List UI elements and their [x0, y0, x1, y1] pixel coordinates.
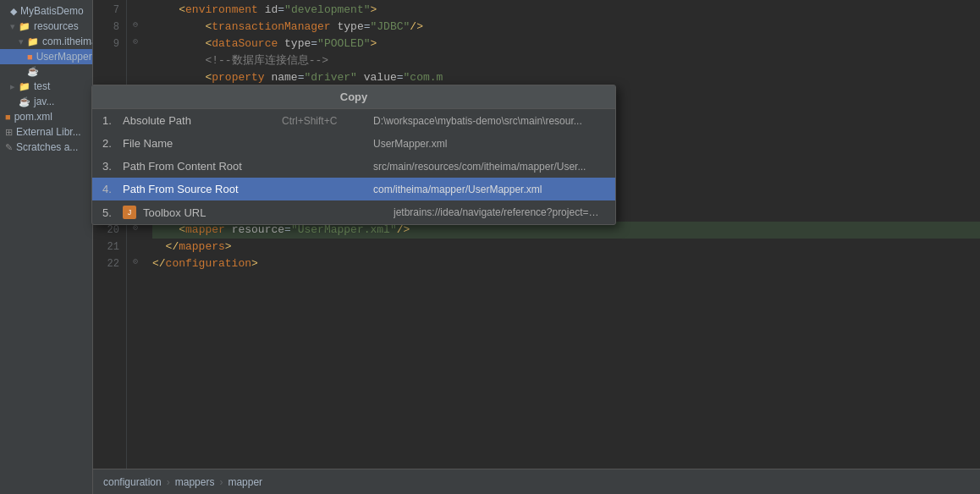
line-num-22: 22	[93, 255, 119, 272]
folder-icon: 📁	[19, 81, 30, 92]
menu-item-5-value: jetbrains://idea/navigate/reference?proj…	[394, 206, 605, 218]
xml-file-icon: ■	[27, 52, 33, 62]
menu-item-1-number: 1.	[102, 114, 116, 127]
arrow-right-icon	[10, 81, 15, 92]
lib-icon: ⊞	[5, 127, 13, 138]
tree-item-scratches[interactable]: ✎ Scratches a...	[0, 140, 92, 155]
project-sidebar: ◆ MyBatisDemo 📁 resources 📁 com.itheima.…	[0, 0, 93, 494]
menu-item-1-value: D:\workspace\mybatis-demo\src\main\resou…	[373, 115, 605, 127]
breadcrumb-configuration: configuration	[103, 476, 162, 488]
menu-item-3-value: src/main/resources/com/itheima/mapper/Us…	[373, 161, 605, 173]
toolbox-icon: J	[123, 206, 136, 219]
line-num-blank2	[93, 69, 119, 86]
menu-item-absolute-path[interactable]: 1. Absolute Path Ctrl+Shift+C D:\workspa…	[92, 109, 615, 132]
arrow-down-icon	[10, 21, 15, 32]
menu-item-file-name[interactable]: 2. File Name UserMapper.xml	[92, 132, 615, 155]
java-file-icon: ☕	[27, 66, 39, 77]
tree-item-mapper-pkg[interactable]: 📁 com.itheima.mapper	[0, 34, 92, 49]
breadcrumb-sep-2: ›	[219, 476, 223, 488]
tree-item-java[interactable]: ☕	[0, 64, 92, 79]
menu-item-5-label: Toolbox URL	[143, 206, 295, 219]
tree-item-label: External Libr...	[16, 126, 81, 138]
code-line-9: <dataSource type="POOLED">	[152, 36, 980, 52]
line-num-21: 21	[93, 239, 119, 255]
module-icon: ◆	[10, 6, 17, 17]
line-num-7: 7	[93, 2, 119, 19]
menu-item-3-number: 3.	[102, 160, 116, 173]
tree-item-test[interactable]: 📁 test	[0, 79, 92, 94]
tree-item-mybatisdemo[interactable]: ◆ MyBatisDemo	[0, 3, 92, 19]
tree-item-label: Scratches a...	[16, 141, 78, 153]
arrow-down-icon	[19, 36, 24, 47]
line-num-blank1	[93, 52, 119, 69]
code-line-22: </configuration>	[152, 255, 980, 272]
breadcrumb-mappers: mappers	[175, 476, 215, 488]
tree-item-resources[interactable]: 📁 resources	[0, 19, 92, 34]
tree-item-label: com.itheima.mapper	[42, 36, 93, 47]
scratches-icon: ✎	[5, 142, 13, 153]
code-line-comment: <!--数据库连接信息-->	[152, 52, 980, 69]
menu-item-3-label: Path From Content Root	[123, 160, 275, 173]
tree-item-external-lib[interactable]: ⊞ External Libr...	[0, 124, 92, 140]
line-num-9: 9	[93, 36, 119, 52]
tree-item-jav[interactable]: ☕ jav...	[0, 94, 92, 109]
menu-item-2-value: UserMapper.xml	[373, 138, 605, 150]
menu-item-5-number: 5.	[102, 206, 116, 219]
folder-icon: 📁	[27, 36, 39, 47]
menu-item-2-number: 2.	[102, 137, 116, 150]
code-line-driver: <property name="driver" value="com.m	[152, 69, 980, 86]
tree-item-label: pom.xml	[14, 111, 52, 123]
menu-item-4-number: 4.	[102, 183, 116, 195]
editor-area: 7 8 9 16 17 18 19 20 21 22	[93, 0, 980, 494]
menu-item-4-value: com/itheima/mapper/UserMapper.xml	[373, 184, 605, 195]
tree-item-pom[interactable]: ■ pom.xml	[0, 109, 92, 124]
code-lines: <environment id="development"> <transact…	[144, 0, 980, 469]
menu-item-4-label: Path From Source Root	[123, 183, 275, 195]
context-menu: Copy 1. Absolute Path Ctrl+Shift+C D:\wo…	[91, 85, 616, 225]
line-numbers: 7 8 9 16 17 18 19 20 21 22	[93, 0, 127, 469]
tree-item-label: test	[34, 80, 50, 92]
java-icon: ☕	[19, 96, 30, 107]
menu-item-content-root[interactable]: 3. Path From Content Root src/main/resou…	[92, 155, 615, 178]
menu-item-toolbox-url[interactable]: 5. J Toolbox URL jetbrains://idea/naviga…	[92, 200, 615, 224]
ide-container: ◆ MyBatisDemo 📁 resources 📁 com.itheima.…	[0, 0, 980, 494]
code-line-8: <transactionManager type="JDBC"/>	[152, 19, 980, 36]
code-view: 7 8 9 16 17 18 19 20 21 22	[93, 0, 980, 469]
tree-item-label: MyBatisDemo	[20, 5, 84, 17]
code-line-7: <environment id="development">	[152, 2, 980, 19]
folder-icon: 📁	[19, 21, 30, 32]
menu-item-source-root[interactable]: 4. Path From Source Root com/itheima/map…	[92, 178, 615, 200]
status-bar: configuration › mappers › mapper	[93, 469, 980, 494]
context-menu-title: Copy	[92, 85, 615, 109]
line-num-8: 8	[93, 19, 119, 36]
menu-item-2-label: File Name	[123, 137, 275, 150]
breadcrumb-sep-1: ›	[167, 476, 170, 488]
editor-content: 7 8 9 16 17 18 19 20 21 22	[93, 0, 980, 469]
tree-item-usermapper-xml[interactable]: ■ UserMapper.xml	[0, 49, 92, 64]
menu-item-1-shortcut: Ctrl+Shift+C	[282, 115, 366, 127]
code-line-21: </mappers>	[152, 239, 980, 255]
fold-column: ⊖⊙ ⊙ ⊖ ⊙ ⊙	[127, 0, 144, 469]
pom-icon: ■	[5, 112, 11, 122]
tree-item-label: UserMapper.xml	[36, 51, 93, 63]
tree-item-label: jav...	[34, 96, 54, 107]
tree-item-label: resources	[34, 20, 79, 32]
menu-item-1-label: Absolute Path	[123, 114, 275, 127]
breadcrumb-mapper: mapper	[228, 476, 262, 488]
